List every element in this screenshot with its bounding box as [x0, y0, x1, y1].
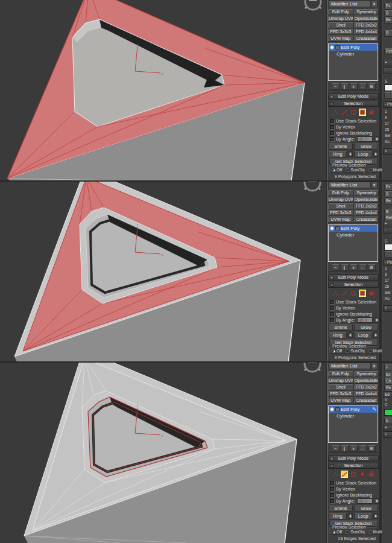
- loop-button[interactable]: Loop: [354, 151, 372, 157]
- subobject-element-icon[interactable]: [368, 471, 375, 478]
- ignore-backfacing-checkbox[interactable]: [330, 493, 334, 497]
- subobject-element-icon[interactable]: [368, 109, 375, 116]
- radio-icon[interactable]: [346, 168, 349, 172]
- remove-modifier-icon[interactable]: ∴: [359, 83, 367, 90]
- modifier-button-opensubdiv[interactable]: OpenSubdiv: [354, 378, 379, 384]
- subobject-border-icon[interactable]: [350, 109, 357, 116]
- modifier-button-edit-poly[interactable]: Edit Poly: [328, 9, 353, 15]
- shrink-button[interactable]: Shrink: [329, 506, 353, 512]
- modifier-button-ffd2x2x2[interactable]: FFD 2x2x2: [354, 203, 379, 209]
- modifier-list-dropdown[interactable]: Modifier List: [329, 363, 371, 369]
- collapse-icon[interactable]: -: [330, 283, 334, 287]
- modifier-button-ffd3x3x3[interactable]: FFD 3x3x3: [328, 29, 353, 35]
- modifier-button-ffd3x3x3[interactable]: FFD 3x3x3: [328, 210, 353, 216]
- strip-fragment-button[interactable]: F: [384, 364, 392, 371]
- pin-stack-icon[interactable]: −: [332, 264, 340, 271]
- radio-icon[interactable]: [332, 530, 335, 534]
- subobject-vertex-icon[interactable]: [332, 290, 339, 297]
- rollout-selection[interactable]: - Selection: [328, 101, 379, 107]
- subobject-edge-icon[interactable]: [341, 471, 348, 478]
- shrink-button[interactable]: Shrink: [329, 144, 353, 150]
- radio-icon[interactable]: [368, 168, 372, 172]
- remove-modifier-icon[interactable]: ∴: [359, 445, 367, 452]
- subobject-polygon-icon[interactable]: [359, 471, 366, 478]
- modifier-button-creaseset[interactable]: CreaseSet: [354, 36, 379, 42]
- lightbulb-icon[interactable]: [330, 407, 334, 411]
- modifier-button-uvw-map[interactable]: UVW Map: [328, 217, 353, 223]
- use-stack-selection-checkbox[interactable]: [330, 481, 334, 485]
- modifier-button-creaseset[interactable]: CreaseSet: [354, 217, 379, 223]
- modifier-button-shell[interactable]: Shell: [328, 203, 353, 209]
- by-angle-spinner[interactable]: [375, 498, 379, 504]
- modifier-list-dropdown[interactable]: Modifier List: [329, 182, 371, 188]
- collapse-icon[interactable]: -: [330, 464, 334, 468]
- chevron-down-icon[interactable]: ▼: [371, 1, 378, 7]
- subobject-element-icon[interactable]: [368, 290, 375, 297]
- loop-spinner[interactable]: [373, 332, 378, 338]
- loop-button[interactable]: Loop: [354, 513, 372, 519]
- subobject-polygon-icon[interactable]: [359, 290, 366, 297]
- show-end-result-icon[interactable]: ❙: [341, 83, 349, 90]
- use-stack-selection-checkbox[interactable]: [330, 300, 334, 304]
- by-angle-field[interactable]: 45.0: [357, 317, 373, 323]
- stack-item-edit-poly[interactable]: Edit Poly ✎: [329, 225, 378, 232]
- make-unique-icon[interactable]: ∨: [350, 264, 358, 271]
- rollout-selection[interactable]: - Selection: [328, 463, 379, 469]
- subobject-vertex-icon[interactable]: [332, 471, 339, 478]
- modifier-button-symmetry[interactable]: Symmetry: [354, 190, 379, 196]
- ring-button[interactable]: Ring: [329, 332, 347, 338]
- ring-spinner[interactable]: [348, 513, 353, 519]
- subobject-edge-icon[interactable]: [341, 290, 348, 297]
- ring-button[interactable]: Ring: [329, 151, 347, 157]
- pin-stack-icon[interactable]: −: [332, 445, 340, 452]
- rollout-edit-poly-mode[interactable]: + Edit Poly Mode: [328, 456, 379, 462]
- stack-item-edit-poly[interactable]: Edit Poly ✎: [329, 406, 378, 413]
- radio-icon[interactable]: [332, 168, 335, 172]
- rollout-edit-poly-mode[interactable]: + Edit Poly Mode: [328, 94, 379, 100]
- collapse-icon[interactable]: -: [330, 102, 334, 106]
- expand-icon[interactable]: +: [330, 457, 334, 460]
- stack-item-edit-poly[interactable]: Edit Poly ✎: [329, 44, 378, 51]
- modifier-button-symmetry[interactable]: Symmetry: [354, 9, 379, 15]
- preview-off-option[interactable]: Off: [332, 530, 342, 534]
- ring-spinner[interactable]: [348, 332, 353, 338]
- radio-icon[interactable]: [346, 530, 349, 534]
- configure-modifier-sets-icon[interactable]: ⊞: [368, 445, 376, 452]
- by-angle-spinner[interactable]: [375, 136, 379, 142]
- modifier-button-symmetry[interactable]: Symmetry: [354, 371, 379, 377]
- strip-fragment-button[interactable]: Ex: [384, 3, 392, 10]
- preview-subobj-option[interactable]: SubObj: [346, 168, 364, 172]
- stack-item-cylinder[interactable]: Cylinder: [329, 51, 378, 57]
- remove-modifier-icon[interactable]: ∴: [359, 264, 367, 271]
- lightbulb-icon[interactable]: [330, 226, 334, 230]
- strip-fragment-button[interactable]: Ch: [384, 378, 392, 385]
- modifier-button-uvw-map[interactable]: UVW Map: [328, 398, 353, 404]
- lightbulb-icon[interactable]: [330, 45, 334, 49]
- modifier-button-unwrap-uvw[interactable]: Unwrap UVW: [328, 16, 353, 22]
- strip-fragment-button[interactable]: B: [384, 191, 392, 198]
- strip-fragment-button[interactable]: Ret: [384, 48, 392, 55]
- grow-button[interactable]: Grow: [354, 506, 378, 512]
- modifier-button-ffd2x2x2[interactable]: FFD 2x2x2: [354, 384, 379, 390]
- loop-spinner[interactable]: [373, 513, 378, 519]
- subobject-border-icon[interactable]: [350, 290, 357, 297]
- make-unique-icon[interactable]: ∨: [350, 445, 358, 452]
- rollout-edit-poly-mode[interactable]: + Edit Poly Mode: [328, 275, 379, 281]
- stack-item-cylinder[interactable]: Cylinder: [329, 413, 378, 419]
- pin-stack-icon[interactable]: −: [332, 83, 340, 90]
- preview-multi-option[interactable]: Multi: [368, 168, 382, 172]
- strip-fragment-button[interactable]: Be: [384, 17, 392, 24]
- loop-spinner[interactable]: [373, 151, 378, 157]
- loop-button[interactable]: Loop: [354, 332, 372, 338]
- preview-subobj-option[interactable]: SubObj: [346, 349, 364, 353]
- grow-button[interactable]: Grow: [354, 325, 378, 331]
- strip-fragment-button[interactable]: Ex: [384, 184, 392, 191]
- strip-fragment-button[interactable]: B: [384, 30, 392, 37]
- ring-spinner[interactable]: [348, 151, 353, 157]
- preview-subobj-option[interactable]: SubObj: [346, 530, 364, 534]
- preview-off-option[interactable]: Off: [332, 349, 342, 353]
- modifier-button-ffd4x4x4[interactable]: FFD 4x4x4: [354, 29, 379, 35]
- by-angle-checkbox[interactable]: [330, 318, 334, 322]
- modifier-button-ffd3x3x3[interactable]: FFD 3x3x3: [328, 391, 353, 397]
- strip-fragment-button[interactable]: [384, 251, 392, 258]
